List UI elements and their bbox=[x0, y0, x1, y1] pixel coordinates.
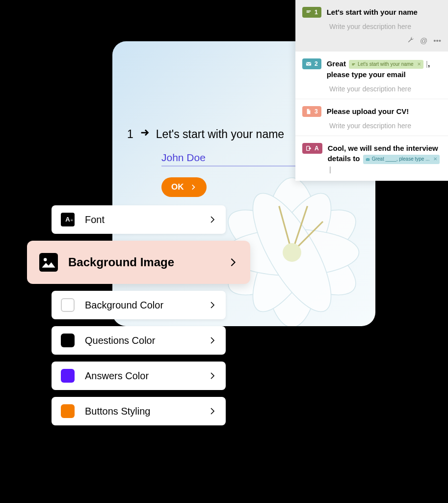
settings-label: Buttons Styling bbox=[85, 406, 198, 417]
color-swatch-icon bbox=[60, 333, 75, 348]
settings-item-background-color[interactable]: Background Color bbox=[52, 291, 226, 319]
question-description: Write your description here bbox=[329, 122, 441, 130]
more-icon[interactable]: ••• bbox=[433, 36, 441, 45]
question-title: Please upload your CV! bbox=[327, 106, 441, 117]
chip-text: Let's start with your name bbox=[358, 61, 414, 68]
svg-point-9 bbox=[283, 243, 301, 262]
settings-item-buttons-styling[interactable]: Buttons Styling bbox=[52, 397, 226, 425]
color-swatch-icon bbox=[60, 298, 75, 312]
ok-button[interactable]: OK bbox=[161, 177, 207, 197]
chevron-right-icon bbox=[228, 257, 238, 268]
close-icon[interactable]: ✕ bbox=[417, 61, 421, 68]
svg-text:A: A bbox=[65, 216, 70, 223]
question-badge: A bbox=[302, 143, 322, 154]
settings-label: Answers Color bbox=[85, 370, 198, 382]
settings-label: Background Color bbox=[85, 300, 198, 311]
text-icon bbox=[351, 62, 356, 67]
recall-chip[interactable]: Great ____, please type ... ✕ bbox=[363, 155, 440, 164]
text-icon bbox=[306, 9, 312, 15]
question-item[interactable]: 2 Great Let's start with your name ✕ |, … bbox=[295, 52, 448, 99]
question-item[interactable]: A Cool, we will send the interview detai… bbox=[295, 136, 448, 181]
chevron-right-icon bbox=[208, 215, 217, 224]
chevron-right-icon bbox=[190, 184, 197, 191]
question-badge-number: A bbox=[315, 145, 319, 152]
question-item[interactable]: 3 Please upload your CV! Write your desc… bbox=[295, 99, 448, 136]
chevron-right-icon bbox=[208, 371, 217, 380]
settings-label: Questions Color bbox=[85, 335, 198, 346]
question-description: Write your description here bbox=[329, 23, 441, 30]
ok-button-label: OK bbox=[171, 182, 184, 192]
settings-label: Font bbox=[85, 214, 198, 225]
question-title: Great Let's start with your name ✕ |, pl… bbox=[327, 58, 441, 80]
settings-menu: A≡ Font Background Image Background Colo… bbox=[52, 205, 226, 425]
settings-label: Background Image bbox=[68, 255, 218, 269]
wrench-icon[interactable] bbox=[407, 36, 414, 45]
file-icon bbox=[306, 109, 312, 114]
question-title: Cool, we will send the interview details… bbox=[328, 143, 441, 175]
exit-icon bbox=[306, 145, 312, 151]
cursor-icon: | bbox=[329, 165, 331, 173]
question-description: Write your description here bbox=[329, 85, 441, 93]
settings-item-background-image[interactable]: Background Image bbox=[27, 241, 250, 284]
question-badge-number: 1 bbox=[315, 9, 318, 16]
question-tools: @ ••• bbox=[302, 36, 441, 45]
close-icon[interactable]: ✕ bbox=[433, 156, 437, 163]
question-badge: 3 bbox=[302, 106, 321, 117]
at-icon[interactable]: @ bbox=[420, 36, 427, 45]
settings-item-answers-color[interactable]: Answers Color bbox=[52, 362, 226, 390]
settings-item-questions-color[interactable]: Questions Color bbox=[52, 326, 226, 355]
color-swatch-icon bbox=[60, 368, 75, 383]
chip-text: Great ____, please type ... bbox=[372, 156, 430, 163]
svg-text:≡: ≡ bbox=[71, 218, 73, 223]
mail-icon bbox=[366, 157, 370, 162]
chevron-right-icon bbox=[208, 407, 217, 416]
question-list-panel: 1 Let's start with your name Write your … bbox=[295, 0, 448, 181]
question-badge-number: 2 bbox=[315, 60, 318, 67]
image-icon bbox=[39, 252, 58, 272]
font-icon: A≡ bbox=[60, 212, 75, 227]
chevron-right-icon bbox=[208, 336, 217, 345]
svg-point-14 bbox=[44, 258, 47, 261]
question-text: Let's start with your name bbox=[156, 128, 284, 141]
mail-icon bbox=[306, 61, 312, 67]
svg-rect-15 bbox=[306, 62, 311, 66]
arrow-right-icon bbox=[139, 127, 150, 141]
question-badge-number: 3 bbox=[315, 108, 318, 115]
color-swatch-icon bbox=[60, 404, 75, 419]
question-number: 1 bbox=[127, 128, 133, 141]
settings-item-font[interactable]: A≡ Font bbox=[52, 205, 226, 234]
recall-chip[interactable]: Let's start with your name ✕ bbox=[349, 60, 423, 69]
svg-rect-13 bbox=[39, 253, 58, 272]
title-text: Great bbox=[327, 59, 348, 68]
question-badge: 2 bbox=[302, 58, 321, 69]
question-item[interactable]: 1 Let's start with your name Write your … bbox=[295, 0, 448, 52]
question-title: Let's start with your name bbox=[327, 7, 441, 18]
question-badge: 1 bbox=[302, 7, 321, 18]
chevron-right-icon bbox=[208, 301, 217, 309]
